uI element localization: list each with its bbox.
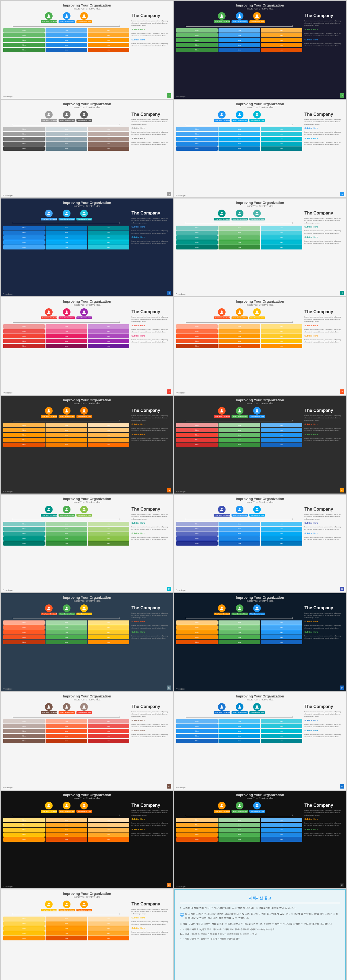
main-text: Lorem ipsum dolor sit amet, consectetur … <box>304 118 344 125</box>
role-label: Your Team Creative Idea <box>41 810 57 813</box>
org-cell: Idea <box>218 127 260 131</box>
org-cell: Idea <box>176 724 218 729</box>
org-connector <box>13 25 120 27</box>
top-icons-row: Your Team Creative Idea Team Creative Id… <box>41 12 92 23</box>
top-icons-row: Your Team Creative Idea Team Creative Id… <box>213 703 265 714</box>
secondary-text: Lorem ipsum dolor sit amet, consectetur … <box>304 427 344 432</box>
org-cell: Idea <box>3 936 45 940</box>
svg-point-52 <box>239 804 240 806</box>
org-cell: Idea <box>46 734 87 738</box>
icon-box-2: Your Creative Idea <box>250 506 265 517</box>
org-cell: Idea <box>176 231 218 235</box>
text-section: The Company Lorem ipsum dolor sit amet, … <box>132 703 171 788</box>
columns-grid: IdeaIdeaIdeaIdeaIdeaIdeaIdeaIdeaIdeaIdea… <box>176 423 302 447</box>
org-cell: Idea <box>3 33 45 37</box>
icon-box-1: Team Creative Idea <box>231 703 248 714</box>
org-cell: Idea <box>88 226 129 230</box>
org-cell: Idea <box>46 329 87 334</box>
icon-box-1: Team Creative Idea <box>231 407 248 418</box>
icon-box-1: Team Creative Idea <box>59 407 75 418</box>
slide-7: Improving Your Organization Insert Your … <box>1 297 173 395</box>
org-cell: Idea <box>3 724 45 729</box>
tertiary-text: Lorem ipsum dolor sit amet, consectetur … <box>132 43 171 47</box>
org-cell: Idea <box>88 329 129 334</box>
org-cell: Idea <box>218 620 260 625</box>
slide-14: Improving Your Organization Insert Your … <box>174 593 346 691</box>
org-cell: Idea <box>176 235 218 240</box>
org-section: Your Team Creative Idea Team Creative Id… <box>3 506 129 590</box>
svg-point-19 <box>66 310 67 312</box>
slide-12: Improving Your Organization Insert Your … <box>174 495 346 592</box>
columns-grid: IdeaIdeaIdeaIdeaIdeaIdeaIdeaIdeaIdeaIdea… <box>176 127 302 151</box>
org-cell: Idea <box>3 527 45 531</box>
page-number: 16 <box>340 784 344 789</box>
org-cell: Idea <box>88 137 129 141</box>
org-section: Your Team Creative Idea Team Creative Id… <box>3 703 129 788</box>
top-icons-row: Your Team Creative Idea Team Creative Id… <box>41 900 92 912</box>
org-section: Your Team Creative Idea Team Creative Id… <box>3 407 129 492</box>
org-cell: Idea <box>46 428 87 432</box>
org-cell: Idea <box>261 438 302 442</box>
org-cell: Idea <box>218 630 260 635</box>
org-cell: Idea <box>176 33 218 37</box>
org-cell: Idea <box>176 344 218 348</box>
secondary-text: Lorem ipsum dolor sit amet, consectetur … <box>132 526 171 530</box>
org-cell: Idea <box>46 132 87 136</box>
org-column-0: IdeaIdeaIdeaIdeaIdea <box>176 423 218 447</box>
role-label: Team Creative Idea <box>231 514 248 517</box>
org-cell: Idea <box>218 146 260 151</box>
org-cell: Idea <box>218 33 260 37</box>
org-cell: Idea <box>88 38 129 42</box>
secondary-text: Lorem ipsum dolor sit amet, consectetur … <box>304 822 344 827</box>
top-icons-row: Your Team Creative Idea Team Creative Id… <box>213 506 265 517</box>
org-column-2: IdeaIdeaIdeaIdeaIdea <box>88 423 129 447</box>
company-title: The Company <box>132 211 171 216</box>
role-label: Team Creative Idea <box>59 317 75 319</box>
org-cell: Idea <box>218 38 260 42</box>
person-icon <box>63 703 70 711</box>
org-cell: Idea <box>176 837 218 842</box>
slide-content: Your Team Creative Idea Team Creative Id… <box>1 504 173 592</box>
icon-box-0: Your Team Creative Idea <box>41 111 57 122</box>
org-cell: Idea <box>176 48 218 52</box>
company-title: The Company <box>132 704 171 709</box>
org-cell: Idea <box>3 226 45 230</box>
org-cell: Idea <box>3 438 45 442</box>
person-icon <box>80 605 88 612</box>
slide-5: Improving Your Organization Insert Your … <box>1 199 173 296</box>
main-text: Lorem ipsum dolor sit amet, consectetur … <box>304 316 344 323</box>
org-cell: Idea <box>261 522 302 526</box>
slide-header: Improving Your Organization Insert Your … <box>1 297 173 307</box>
org-cell: Idea <box>88 739 129 743</box>
org-connector <box>13 815 120 816</box>
role-label: Your Team Creative Idea <box>213 514 230 517</box>
org-cell: Idea <box>46 729 87 733</box>
svg-point-32 <box>83 508 85 509</box>
org-column-2: IdeaIdeaIdeaIdeaIdea <box>88 916 129 940</box>
text-section: The Company Lorem ipsum dolor sit amet, … <box>132 111 171 195</box>
person-icon <box>236 407 244 415</box>
tertiary-text: Lorem ipsum dolor sit amet, consectetur … <box>304 635 344 640</box>
slide-title: Improving Your Organization <box>1 595 173 600</box>
slide-subtitle: Insert Your Creative Idea <box>1 402 173 405</box>
slide-4: Improving Your Organization Insert Your … <box>174 100 346 197</box>
company-title: The Company <box>132 803 171 808</box>
org-cell: Idea <box>3 620 45 625</box>
role-label: Your Team Creative Idea <box>41 909 57 912</box>
slide-header: Improving Your Organization Insert Your … <box>174 495 346 504</box>
org-cell: Idea <box>176 734 218 738</box>
org-column-0: IdeaIdeaIdeaIdeaIdea <box>176 719 218 743</box>
icon-box-0: Your Team Creative Idea <box>213 111 230 122</box>
slide-header: Improving Your Organization Insert Your … <box>1 495 173 504</box>
slide-title: Improving Your Organization <box>1 793 173 797</box>
org-cell: Idea <box>218 240 260 245</box>
org-cell: Idea <box>46 433 87 437</box>
slide-title: Improving Your Organization <box>174 3 346 7</box>
subtitle-here-2: Subtitle Here <box>304 38 344 41</box>
icon-box-1: Team Creative Idea <box>59 12 75 23</box>
org-cell: Idea <box>88 240 129 245</box>
subtitle-here-2: Subtitle Here <box>132 828 171 830</box>
org-cell: Idea <box>261 146 302 151</box>
org-cell: Idea <box>261 832 302 837</box>
org-cell: Idea <box>88 724 129 729</box>
